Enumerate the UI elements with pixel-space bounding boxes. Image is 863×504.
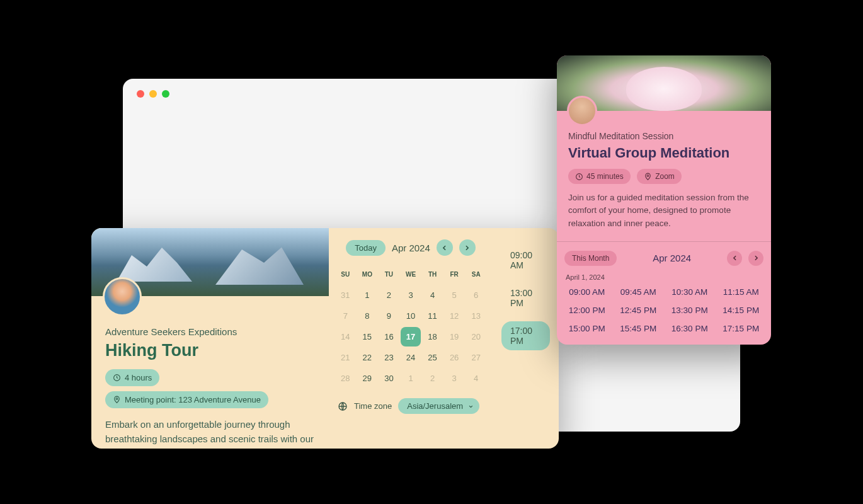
timezone-row: Time zone Asia/Jerusalem xyxy=(335,398,486,414)
calendar-day[interactable]: 25 xyxy=(422,348,443,367)
calendar-day[interactable]: 8 xyxy=(357,306,378,326)
clock-icon xyxy=(113,374,121,382)
calendar-day[interactable]: 17 xyxy=(401,327,421,346)
next-month-button[interactable] xyxy=(459,239,476,256)
time-slot[interactable]: 17:15 PM xyxy=(719,324,764,333)
time-slot[interactable]: 11:15 AM xyxy=(719,287,764,297)
calendar-day[interactable]: 4 xyxy=(466,369,486,388)
meditation-tags: 45 minutes Zoom xyxy=(568,169,760,184)
weekday-header: WE xyxy=(401,267,421,284)
calendar-day[interactable]: 26 xyxy=(444,348,465,367)
maximize-window-icon[interactable] xyxy=(162,90,169,98)
globe-icon xyxy=(338,401,348,411)
instructor-avatar xyxy=(567,96,597,126)
guide-avatar xyxy=(103,277,142,316)
calendar-day[interactable]: 1 xyxy=(401,369,421,388)
pin-icon xyxy=(644,173,652,181)
timezone-select[interactable]: Asia/Jerusalem xyxy=(398,398,479,414)
timezone-label: Time zone xyxy=(354,401,392,411)
schedule-month: Apr 2024 xyxy=(623,253,721,263)
prev-month-button[interactable] xyxy=(437,239,453,256)
chevron-right-icon xyxy=(752,254,760,262)
hiking-title: Hiking Tour xyxy=(105,341,316,360)
time-slot[interactable]: 14:15 PM xyxy=(719,306,764,315)
time-slot[interactable]: 09:00 AM xyxy=(501,246,550,275)
time-slot[interactable]: 09:45 AM xyxy=(616,287,661,297)
calendar-day[interactable]: 23 xyxy=(379,348,399,367)
calendar-day[interactable]: 31 xyxy=(335,285,356,305)
calendar-day[interactable]: 11 xyxy=(422,306,443,326)
time-slot[interactable]: 10:30 AM xyxy=(667,287,712,297)
chevron-right-icon xyxy=(463,244,471,252)
hiking-description: Embark on an unforgettable journey throu… xyxy=(105,417,316,449)
this-month-button[interactable]: This Month xyxy=(564,251,617,266)
calendar-day[interactable]: 5 xyxy=(444,285,465,305)
calendar-day[interactable]: 4 xyxy=(422,285,443,305)
time-slot[interactable]: 13:00 PM xyxy=(501,284,550,312)
calendar-day[interactable]: 19 xyxy=(444,327,465,346)
calendar-day[interactable]: 12 xyxy=(444,306,465,326)
time-slot[interactable]: 12:45 PM xyxy=(616,306,661,315)
calendar-day[interactable]: 2 xyxy=(422,369,443,388)
next-month-button[interactable] xyxy=(748,251,763,266)
calendar-day[interactable]: 22 xyxy=(357,348,378,367)
calendar-day[interactable]: 3 xyxy=(401,285,421,305)
calendar-grid: SUMOTUWETHFRSA31123456789101112131415161… xyxy=(335,267,486,388)
weekday-header: FR xyxy=(444,267,465,284)
chevron-left-icon xyxy=(440,244,449,252)
weekday-header: TU xyxy=(379,267,399,284)
weekday-header: SU xyxy=(335,267,356,284)
calendar-day[interactable]: 20 xyxy=(466,327,486,346)
chevron-left-icon xyxy=(731,254,739,262)
clock-icon xyxy=(575,173,583,181)
minimize-window-icon[interactable] xyxy=(149,90,157,98)
duration-pill: 4 hours xyxy=(105,369,159,386)
calendar-day[interactable]: 21 xyxy=(335,348,356,367)
prev-month-button[interactable] xyxy=(727,251,742,266)
calendar-day[interactable]: 15 xyxy=(357,327,378,346)
calendar-day[interactable]: 7 xyxy=(335,306,356,326)
calendar-day[interactable]: 9 xyxy=(379,306,399,326)
svg-point-4 xyxy=(647,175,649,176)
duration-text: 4 hours xyxy=(125,373,152,382)
meditation-title: Virtual Group Meditation xyxy=(568,145,760,161)
calendar-panel: Today Apr 2024 SUMOTUWETHFRSA31123456789… xyxy=(329,228,493,449)
calendar-day[interactable]: 2 xyxy=(379,285,399,305)
weekday-header: TH xyxy=(422,267,443,284)
calendar-day[interactable]: 10 xyxy=(401,306,421,326)
weekday-header: SA xyxy=(466,267,486,284)
calendar-day[interactable]: 29 xyxy=(357,369,378,388)
calendar-day[interactable]: 24 xyxy=(401,348,421,367)
time-grid: 09:00 AM09:45 AM10:30 AM11:15 AM12:00 PM… xyxy=(564,287,763,333)
time-slot[interactable]: 12:00 PM xyxy=(564,306,610,315)
meditation-subtitle: Mindful Meditation Session xyxy=(568,131,760,141)
time-slot[interactable]: 17:00 PM xyxy=(501,321,550,350)
time-slot[interactable]: 09:00 AM xyxy=(564,287,610,297)
hiking-info-panel: Adventure Seekers Expeditions Hiking Tou… xyxy=(91,228,329,449)
time-slot[interactable]: 16:30 PM xyxy=(667,324,712,333)
meditation-hero-image xyxy=(557,55,771,111)
meditation-description: Join us for a guided meditation session … xyxy=(568,192,760,230)
location-pill: Meeting point: 123 Adventure Avenue xyxy=(105,391,268,408)
calendar-day[interactable]: 3 xyxy=(444,369,465,388)
close-window-icon[interactable] xyxy=(137,90,144,98)
calendar-day[interactable]: 6 xyxy=(466,285,486,305)
calendar-day[interactable]: 27 xyxy=(466,348,486,367)
calendar-day[interactable]: 28 xyxy=(335,369,356,388)
time-slot[interactable]: 13:30 PM xyxy=(667,306,712,315)
duration-text: 45 minutes xyxy=(586,172,624,181)
svg-point-1 xyxy=(116,398,118,400)
weekday-header: MO xyxy=(357,267,378,284)
location-text: Zoom xyxy=(655,172,675,181)
calendar-day[interactable]: 14 xyxy=(335,327,356,346)
calendar-day[interactable]: 16 xyxy=(379,327,399,346)
time-slot[interactable]: 15:45 PM xyxy=(616,324,661,333)
calendar-day[interactable]: 18 xyxy=(422,327,443,346)
calendar-day[interactable]: 1 xyxy=(357,285,378,305)
time-slot[interactable]: 15:00 PM xyxy=(564,324,610,333)
meditation-booking-card: Mindful Meditation Session Virtual Group… xyxy=(557,55,771,345)
calendar-day[interactable]: 30 xyxy=(379,369,399,388)
calendar-day[interactable]: 13 xyxy=(466,306,486,326)
today-button[interactable]: Today xyxy=(346,240,386,256)
schedule-date: April 1, 2024 xyxy=(564,273,763,281)
